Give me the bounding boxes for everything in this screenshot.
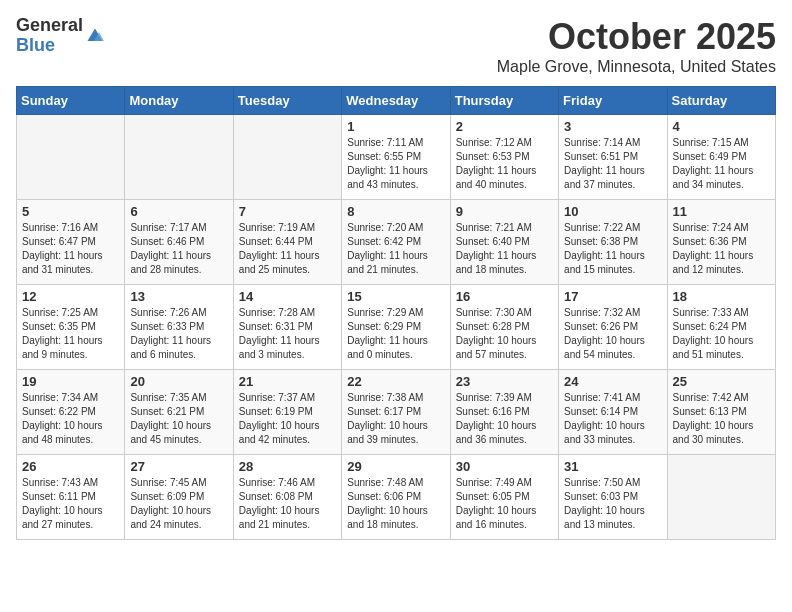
day-number: 31 [564, 459, 661, 474]
day-detail: Sunrise: 7:20 AMSunset: 6:42 PMDaylight:… [347, 222, 428, 275]
day-detail: Sunrise: 7:32 AMSunset: 6:26 PMDaylight:… [564, 307, 645, 360]
day-detail: Sunrise: 7:35 AMSunset: 6:21 PMDaylight:… [130, 392, 211, 445]
calendar-day-cell: 3Sunrise: 7:14 AMSunset: 6:51 PMDaylight… [559, 115, 667, 200]
calendar-day-cell: 25Sunrise: 7:42 AMSunset: 6:13 PMDayligh… [667, 370, 775, 455]
calendar-day-cell: 15Sunrise: 7:29 AMSunset: 6:29 PMDayligh… [342, 285, 450, 370]
calendar-day-cell: 27Sunrise: 7:45 AMSunset: 6:09 PMDayligh… [125, 455, 233, 540]
calendar-week-row: 5Sunrise: 7:16 AMSunset: 6:47 PMDaylight… [17, 200, 776, 285]
day-detail: Sunrise: 7:22 AMSunset: 6:38 PMDaylight:… [564, 222, 645, 275]
day-detail: Sunrise: 7:19 AMSunset: 6:44 PMDaylight:… [239, 222, 320, 275]
calendar-day-cell: 31Sunrise: 7:50 AMSunset: 6:03 PMDayligh… [559, 455, 667, 540]
day-number: 14 [239, 289, 336, 304]
calendar-week-row: 26Sunrise: 7:43 AMSunset: 6:11 PMDayligh… [17, 455, 776, 540]
day-number: 13 [130, 289, 227, 304]
calendar-day-cell: 5Sunrise: 7:16 AMSunset: 6:47 PMDaylight… [17, 200, 125, 285]
calendar-day-cell: 23Sunrise: 7:39 AMSunset: 6:16 PMDayligh… [450, 370, 558, 455]
calendar-day-cell: 20Sunrise: 7:35 AMSunset: 6:21 PMDayligh… [125, 370, 233, 455]
calendar-day-cell [125, 115, 233, 200]
day-number: 22 [347, 374, 444, 389]
day-number: 18 [673, 289, 770, 304]
calendar-week-row: 12Sunrise: 7:25 AMSunset: 6:35 PMDayligh… [17, 285, 776, 370]
day-detail: Sunrise: 7:41 AMSunset: 6:14 PMDaylight:… [564, 392, 645, 445]
day-number: 29 [347, 459, 444, 474]
day-number: 8 [347, 204, 444, 219]
day-number: 6 [130, 204, 227, 219]
calendar-day-cell: 4Sunrise: 7:15 AMSunset: 6:49 PMDaylight… [667, 115, 775, 200]
day-detail: Sunrise: 7:17 AMSunset: 6:46 PMDaylight:… [130, 222, 211, 275]
day-detail: Sunrise: 7:21 AMSunset: 6:40 PMDaylight:… [456, 222, 537, 275]
day-detail: Sunrise: 7:33 AMSunset: 6:24 PMDaylight:… [673, 307, 754, 360]
calendar-week-row: 1Sunrise: 7:11 AMSunset: 6:55 PMDaylight… [17, 115, 776, 200]
calendar-day-cell: 24Sunrise: 7:41 AMSunset: 6:14 PMDayligh… [559, 370, 667, 455]
weekday-header-monday: Monday [125, 87, 233, 115]
calendar-day-cell: 21Sunrise: 7:37 AMSunset: 6:19 PMDayligh… [233, 370, 341, 455]
calendar-day-cell: 16Sunrise: 7:30 AMSunset: 6:28 PMDayligh… [450, 285, 558, 370]
day-number: 7 [239, 204, 336, 219]
calendar-day-cell: 19Sunrise: 7:34 AMSunset: 6:22 PMDayligh… [17, 370, 125, 455]
day-detail: Sunrise: 7:48 AMSunset: 6:06 PMDaylight:… [347, 477, 428, 530]
calendar-day-cell: 17Sunrise: 7:32 AMSunset: 6:26 PMDayligh… [559, 285, 667, 370]
weekday-header-friday: Friday [559, 87, 667, 115]
day-detail: Sunrise: 7:39 AMSunset: 6:16 PMDaylight:… [456, 392, 537, 445]
calendar-day-cell: 28Sunrise: 7:46 AMSunset: 6:08 PMDayligh… [233, 455, 341, 540]
calendar-day-cell: 8Sunrise: 7:20 AMSunset: 6:42 PMDaylight… [342, 200, 450, 285]
day-detail: Sunrise: 7:29 AMSunset: 6:29 PMDaylight:… [347, 307, 428, 360]
calendar-day-cell [233, 115, 341, 200]
logo: General Blue [16, 16, 105, 56]
day-number: 2 [456, 119, 553, 134]
logo-icon [85, 26, 105, 46]
day-detail: Sunrise: 7:26 AMSunset: 6:33 PMDaylight:… [130, 307, 211, 360]
calendar-day-cell: 2Sunrise: 7:12 AMSunset: 6:53 PMDaylight… [450, 115, 558, 200]
day-number: 26 [22, 459, 119, 474]
weekday-header-tuesday: Tuesday [233, 87, 341, 115]
weekday-header-saturday: Saturday [667, 87, 775, 115]
weekday-header-wednesday: Wednesday [342, 87, 450, 115]
title-block: October 2025 Maple Grove, Minnesota, Uni… [497, 16, 776, 76]
day-number: 11 [673, 204, 770, 219]
day-number: 27 [130, 459, 227, 474]
calendar-day-cell: 14Sunrise: 7:28 AMSunset: 6:31 PMDayligh… [233, 285, 341, 370]
calendar-table: SundayMondayTuesdayWednesdayThursdayFrid… [16, 86, 776, 540]
location-text: Maple Grove, Minnesota, United States [497, 58, 776, 76]
day-detail: Sunrise: 7:16 AMSunset: 6:47 PMDaylight:… [22, 222, 103, 275]
calendar-day-cell [667, 455, 775, 540]
day-detail: Sunrise: 7:49 AMSunset: 6:05 PMDaylight:… [456, 477, 537, 530]
day-detail: Sunrise: 7:28 AMSunset: 6:31 PMDaylight:… [239, 307, 320, 360]
day-detail: Sunrise: 7:12 AMSunset: 6:53 PMDaylight:… [456, 137, 537, 190]
month-title: October 2025 [497, 16, 776, 58]
page-header: General Blue October 2025 Maple Grove, M… [16, 16, 776, 76]
day-number: 10 [564, 204, 661, 219]
logo-blue-text: Blue [16, 36, 83, 56]
weekday-header-sunday: Sunday [17, 87, 125, 115]
day-number: 17 [564, 289, 661, 304]
calendar-day-cell: 7Sunrise: 7:19 AMSunset: 6:44 PMDaylight… [233, 200, 341, 285]
day-detail: Sunrise: 7:42 AMSunset: 6:13 PMDaylight:… [673, 392, 754, 445]
day-detail: Sunrise: 7:34 AMSunset: 6:22 PMDaylight:… [22, 392, 103, 445]
calendar-day-cell: 18Sunrise: 7:33 AMSunset: 6:24 PMDayligh… [667, 285, 775, 370]
calendar-day-cell: 12Sunrise: 7:25 AMSunset: 6:35 PMDayligh… [17, 285, 125, 370]
day-detail: Sunrise: 7:25 AMSunset: 6:35 PMDaylight:… [22, 307, 103, 360]
calendar-day-cell: 29Sunrise: 7:48 AMSunset: 6:06 PMDayligh… [342, 455, 450, 540]
day-detail: Sunrise: 7:50 AMSunset: 6:03 PMDaylight:… [564, 477, 645, 530]
day-detail: Sunrise: 7:46 AMSunset: 6:08 PMDaylight:… [239, 477, 320, 530]
weekday-header-row: SundayMondayTuesdayWednesdayThursdayFrid… [17, 87, 776, 115]
calendar-week-row: 19Sunrise: 7:34 AMSunset: 6:22 PMDayligh… [17, 370, 776, 455]
day-number: 5 [22, 204, 119, 219]
calendar-day-cell: 13Sunrise: 7:26 AMSunset: 6:33 PMDayligh… [125, 285, 233, 370]
day-number: 9 [456, 204, 553, 219]
calendar-day-cell: 6Sunrise: 7:17 AMSunset: 6:46 PMDaylight… [125, 200, 233, 285]
day-number: 19 [22, 374, 119, 389]
day-number: 4 [673, 119, 770, 134]
calendar-day-cell: 30Sunrise: 7:49 AMSunset: 6:05 PMDayligh… [450, 455, 558, 540]
day-number: 24 [564, 374, 661, 389]
day-detail: Sunrise: 7:45 AMSunset: 6:09 PMDaylight:… [130, 477, 211, 530]
day-detail: Sunrise: 7:43 AMSunset: 6:11 PMDaylight:… [22, 477, 103, 530]
calendar-day-cell [17, 115, 125, 200]
day-number: 15 [347, 289, 444, 304]
calendar-day-cell: 1Sunrise: 7:11 AMSunset: 6:55 PMDaylight… [342, 115, 450, 200]
day-detail: Sunrise: 7:38 AMSunset: 6:17 PMDaylight:… [347, 392, 428, 445]
weekday-header-thursday: Thursday [450, 87, 558, 115]
day-number: 30 [456, 459, 553, 474]
calendar-day-cell: 10Sunrise: 7:22 AMSunset: 6:38 PMDayligh… [559, 200, 667, 285]
day-number: 28 [239, 459, 336, 474]
